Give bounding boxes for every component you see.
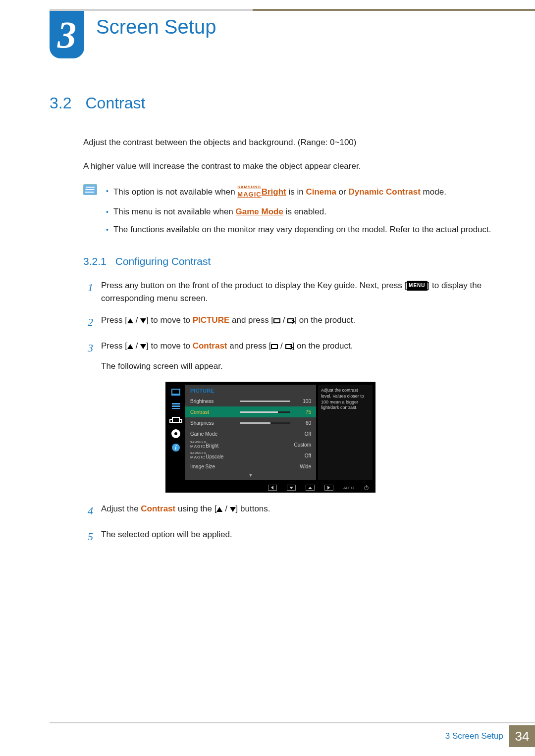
osd-row: SAMSUNGMAGICBrightCustom: [185, 439, 316, 450]
osd-row: Image SizeWide: [185, 461, 316, 472]
osd-row: Brightness100: [185, 396, 316, 406]
osd-nav-up-icon: [306, 485, 315, 491]
enter-icon: [285, 344, 292, 349]
osd-nav-left-icon: [268, 485, 277, 491]
down-arrow-icon: [140, 318, 146, 323]
chapter-title: Screen Setup: [96, 16, 216, 38]
osd-nav-bar: AUTO: [165, 483, 375, 493]
osd-nav-auto: AUTO: [343, 486, 354, 490]
menu-button-icon: MENU: [407, 281, 427, 291]
source-icon: [271, 344, 278, 349]
osd-screenshot: i PICTURE Brightness100Contrast75Sharpne…: [165, 382, 375, 493]
osd-help-text: Adjust the contrast level. Values closer…: [318, 385, 373, 480]
page-number: 34: [509, 725, 535, 747]
note-list: This option is not available when SAMSUN…: [106, 184, 491, 241]
note-item-2: This menu is not available when Game Mod…: [106, 205, 491, 219]
osd-row: SAMSUNGMAGICUpscaleOff: [185, 450, 316, 461]
note-icon: [83, 184, 97, 195]
osd-nav-right-icon: [324, 485, 333, 491]
up-arrow-icon: [216, 507, 222, 512]
step-3: Press [ / ] to move to Contrast and pres…: [83, 340, 495, 373]
step-5: The selected option will be applied.: [83, 528, 495, 545]
note-item-1: This option is not available when SAMSUN…: [106, 184, 491, 201]
top-divider: [50, 9, 535, 11]
chapter-number-badge: 3: [50, 11, 84, 58]
osd-nav-list-icon: [170, 401, 181, 411]
footer-chapter: 3 Screen Setup: [445, 731, 503, 741]
subsection-number: 3.2.1: [83, 255, 107, 267]
step-4: Adjust the Contrast using the [ / ] butt…: [83, 503, 495, 519]
osd-nav-info-icon: i: [170, 442, 181, 453]
footer-divider: [50, 722, 535, 723]
osd-more-arrow-icon: ▼: [185, 472, 316, 480]
note-item-3: The functions available on the monitor m…: [106, 223, 491, 237]
step-2: Press [ / ] to move to PICTURE and press…: [83, 314, 495, 331]
osd-nav-size-icon: [170, 414, 181, 425]
up-arrow-icon: [127, 318, 133, 323]
intro-paragraph-2: A higher value will increase the contras…: [83, 160, 495, 173]
source-icon: [273, 318, 280, 323]
enter-icon: [287, 318, 294, 323]
osd-row: Sharpness60: [185, 417, 316, 428]
osd-row: Contrast75: [185, 406, 316, 417]
osd-row: Game ModeOff: [185, 428, 316, 439]
intro-paragraph-1: Adjust the contrast between the objects …: [83, 136, 495, 149]
osd-nav-power-icon: [364, 486, 369, 490]
down-arrow-icon: [230, 507, 236, 512]
osd-nav-down-icon: [287, 485, 296, 491]
section-title: Contrast: [85, 94, 145, 112]
down-arrow-icon: [140, 344, 146, 349]
step-1: Press any button on the front of the pro…: [83, 279, 495, 305]
osd-nav-icons: i: [168, 385, 183, 480]
subsection-title: Configuring Contrast: [115, 255, 211, 267]
osd-nav-picture-icon: [170, 387, 181, 398]
osd-nav-gear-icon: [170, 428, 181, 439]
section-number: 3.2: [50, 94, 71, 112]
osd-title: PICTURE: [185, 385, 316, 396]
up-arrow-icon: [127, 344, 133, 349]
